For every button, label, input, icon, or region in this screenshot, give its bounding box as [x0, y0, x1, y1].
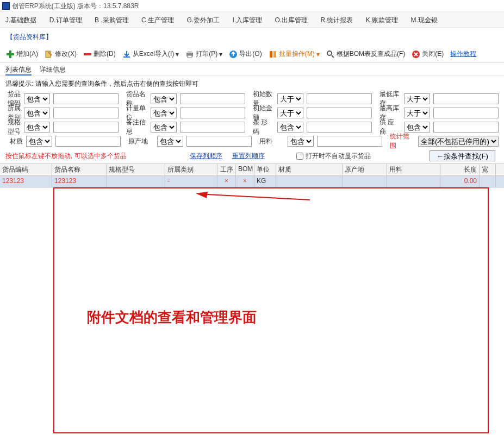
close-button[interactable]: 关闭(E) — [410, 48, 445, 60]
grid-header-cell[interactable]: 原产地 — [343, 164, 387, 175]
search-button[interactable]: ←按条件查找(F) — [430, 150, 495, 161]
view-tabs: 列表信息 详细信息 — [0, 62, 504, 76]
filter-input[interactable] — [180, 108, 245, 118]
app-logo-icon — [2, 2, 10, 10]
filter-input[interactable] — [53, 122, 119, 133]
menu-basic-data[interactable]: J.基础数据 — [5, 16, 36, 24]
menu-cash[interactable]: M.现金银 — [410, 16, 437, 24]
svg-rect-4 — [123, 56, 130, 58]
menu-orders[interactable]: D.订单管理 — [49, 16, 82, 24]
dropdown-icon: ▾ — [219, 51, 222, 58]
grid-row[interactable]: 123123123123-××KG0.00 — [0, 176, 504, 188]
action-row: 按住鼠标左键不放拖动, 可以选中多个货品 保存列顺序 重置列顺序 打开时不自动显… — [0, 148, 504, 163]
delete-button[interactable]: 删除(D) — [82, 48, 117, 60]
minus-icon — [83, 50, 92, 59]
menu-outsource[interactable]: G.委外加工 — [186, 16, 220, 24]
grid-cell — [387, 176, 440, 187]
filter-input[interactable] — [307, 122, 372, 133]
menu-reports[interactable]: R.统计报表 — [320, 16, 353, 24]
toolbar: 增加(A) 修改(X) 删除(D) 从Excel导入(I) ▾ 打印(P) ▾ … — [0, 46, 504, 62]
edit-icon — [45, 50, 53, 59]
filter-input[interactable] — [433, 93, 499, 104]
auto-show-input[interactable] — [296, 153, 303, 160]
menu-accounts[interactable]: K.账款管理 — [366, 16, 398, 24]
close-icon — [412, 50, 420, 59]
grid-header-cell[interactable]: 工序 — [217, 164, 236, 175]
svg-rect-3 — [84, 53, 91, 55]
dropdown-icon: ▾ — [176, 51, 179, 58]
grid-cell — [276, 176, 343, 187]
grid-header-cell[interactable]: 宽 — [480, 164, 496, 175]
import-button[interactable]: 从Excel导入(I) ▾ — [121, 48, 181, 60]
export-button[interactable]: 导出(O) — [227, 48, 263, 60]
grid-header-cell[interactable]: 货品名称 — [52, 164, 107, 175]
edit-button[interactable]: 修改(X) — [43, 48, 78, 60]
grid-header-cell[interactable]: 材质 — [276, 164, 343, 175]
printer-icon — [185, 50, 194, 59]
auto-show-checkbox[interactable]: 打开时不自动显示货品 — [296, 152, 371, 161]
bom-search-button[interactable]: 根据BOM表反查成品(F) — [325, 48, 407, 60]
filter-scope-select[interactable]: 全部(不包括已停用的) — [418, 136, 499, 147]
grid-cell: 0.00 — [440, 176, 480, 187]
menu-stock-in[interactable]: I.入库管理 — [232, 16, 262, 24]
dropdown-icon: ▾ — [316, 51, 320, 58]
grid-header-cell[interactable]: 货品编码 — [0, 164, 52, 175]
filter-input[interactable] — [53, 108, 119, 118]
menu-production[interactable]: C.生产管理 — [141, 16, 174, 24]
data-grid: 货品编码货品名称规格型号所属类别工序BOM单位材质原产地用料长度宽1231231… — [0, 163, 504, 436]
filter-input[interactable] — [307, 108, 372, 118]
filter-op-select[interactable]: 包含 — [157, 136, 183, 147]
filter-label: 条 形 码 — [248, 118, 274, 136]
grid-cell: × — [217, 176, 236, 187]
filter-op-select[interactable]: 包含 — [277, 122, 303, 133]
filter-input[interactable] — [186, 136, 252, 147]
grid-header-cell[interactable]: 单位 — [254, 164, 276, 175]
section-title: 【货品资料库】 — [0, 28, 504, 46]
save-col-order[interactable]: 保存列顺序 — [190, 152, 222, 161]
menu-purchase[interactable]: B .采购管理 — [95, 16, 129, 24]
filter-op-select[interactable]: 包含 — [26, 136, 52, 147]
filter-op-select[interactable]: 包含 — [151, 122, 177, 133]
filter-op-select[interactable]: 包含 — [151, 93, 177, 104]
help-link[interactable]: 操作教程 — [449, 48, 478, 60]
svg-line-12 — [332, 55, 334, 58]
svg-rect-1 — [7, 53, 14, 55]
filter-input[interactable] — [433, 122, 499, 133]
filter-op-select[interactable]: 大于 — [404, 93, 430, 104]
filter-op-select[interactable]: 大于 — [277, 108, 303, 118]
filter-op-select[interactable]: 包含 — [151, 108, 177, 118]
grid-cell — [107, 176, 165, 187]
batch-button[interactable]: 批量操作(M) ▾ — [267, 48, 321, 60]
filter-op-select[interactable]: 大于 — [404, 108, 430, 118]
svg-rect-6 — [188, 51, 192, 53]
filter-op-select[interactable]: 包含 — [404, 122, 430, 133]
grid-header-cell[interactable]: 规格型号 — [107, 164, 165, 175]
reset-col-order[interactable]: 重置列顺序 — [232, 152, 265, 161]
grid-header-cell[interactable]: 长度 — [440, 164, 480, 175]
grid-header-cell[interactable]: 所属类别 — [165, 164, 217, 175]
add-button[interactable]: 增加(A) — [4, 48, 40, 60]
menu-stock-out[interactable]: O.出库管理 — [275, 16, 308, 24]
filter-op-select[interactable]: 包含 — [24, 93, 50, 104]
main-menu: J.基础数据 D.订单管理 B .采购管理 C.生产管理 G.委外加工 I.入库… — [0, 12, 504, 28]
filter-input[interactable] — [55, 136, 121, 147]
filter-op-select[interactable]: 包含 — [288, 136, 314, 147]
grid-header-cell[interactable]: 用料 — [387, 164, 440, 175]
filter-input[interactable] — [180, 93, 245, 104]
filter-input[interactable] — [317, 136, 382, 147]
annotation-label: 附件文档的查看和管理界面 — [87, 308, 257, 327]
filter-op-select[interactable]: 包含 — [24, 108, 50, 118]
grid-header-cell[interactable]: BOM — [236, 164, 254, 175]
filter-input[interactable] — [433, 108, 499, 118]
filter-op-select[interactable]: 大于 — [277, 93, 303, 104]
tab-detail[interactable]: 详细信息 — [40, 66, 66, 73]
filter-panel: 货品编码包含货品名称包含初始数量大于最低库存大于所属类别包含计量单位包含初始金额… — [0, 92, 504, 148]
print-button[interactable]: 打印(P) ▾ — [184, 48, 224, 60]
export-icon — [229, 50, 238, 59]
filter-input[interactable] — [53, 93, 119, 104]
tab-list[interactable]: 列表信息 — [5, 66, 32, 75]
filter-input[interactable] — [180, 122, 245, 133]
filter-input[interactable] — [307, 93, 372, 104]
filter-op-select[interactable]: 包含 — [24, 122, 50, 133]
window-titlebar: 创管ERP系统(工业版) 版本号：13.5.7.883R — [0, 0, 504, 12]
